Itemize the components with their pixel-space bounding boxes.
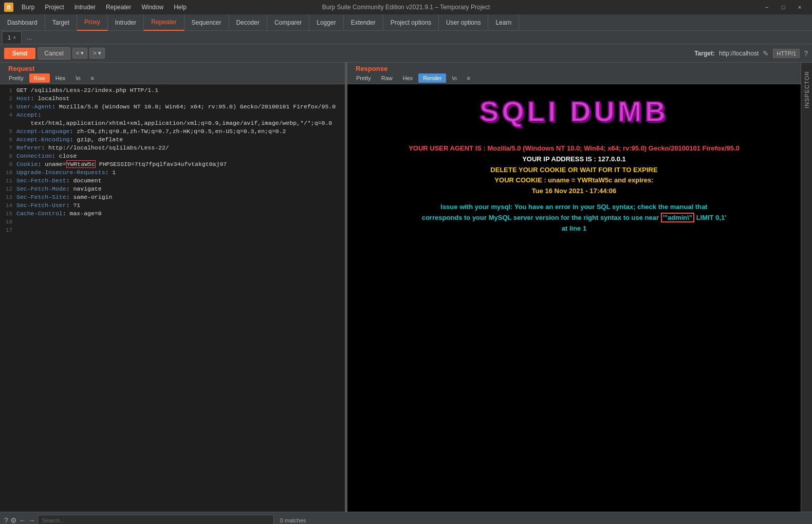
window-title: Burp Suite Community Edition v2021.9.1 –…	[322, 4, 490, 11]
toolbar: Send Cancel < ▾ > ▾ Target: http://local…	[0, 44, 812, 63]
target-label: Target:	[694, 50, 715, 57]
error-line: Issue with your mysql: You have an error…	[420, 202, 728, 234]
tab-target[interactable]: Target	[45, 14, 77, 31]
request-tab-raw[interactable]: Raw	[29, 73, 50, 83]
sub-tab-bar: 1 × …	[0, 31, 812, 44]
code-line-11: 11 Sec-Fetch-Dest: document	[2, 177, 343, 185]
response-tab-hex[interactable]: Hex	[398, 73, 418, 83]
code-line-8: 8 Connection: close	[2, 152, 343, 160]
ip-line: YOUR IP ADDRESS IS : 127.0.0.1	[358, 154, 790, 165]
menu-repeater[interactable]: Repeater	[102, 3, 135, 12]
help-bottom-icon[interactable]: ?	[4, 516, 8, 525]
code-line-9: 9 Cookie: uname=YWRtaW5c PHPSESSID=7tq7f…	[2, 160, 343, 169]
tab-repeater[interactable]: Repeater	[144, 14, 184, 31]
back-button[interactable]: < ▾	[72, 48, 87, 59]
sub-tab-more[interactable]: …	[22, 31, 38, 44]
menu-intruder[interactable]: Intruder	[70, 3, 100, 12]
inspector-label[interactable]: INSPECTOR	[804, 71, 810, 108]
user-agent-line: YOUR USER AGENT IS : Mozilla/5.0 (Window…	[358, 143, 790, 154]
code-line-17: 17	[2, 226, 343, 234]
response-render-area[interactable]: SQLI DUMB YOUR USER AGENT IS : Mozilla/5…	[347, 84, 801, 512]
request-tab-hex[interactable]: Hex	[51, 73, 70, 83]
edit-target-icon[interactable]: ✎	[763, 49, 769, 58]
main-content: Request Pretty Raw Hex \n ≡ 1 GET /sqlil…	[0, 63, 812, 512]
response-tab-menu[interactable]: ≡	[463, 73, 475, 83]
tab-logger[interactable]: Logger	[309, 14, 343, 31]
response-tab-render[interactable]: Render	[418, 73, 446, 83]
tab-proxy[interactable]: Proxy	[77, 14, 108, 31]
send-button[interactable]: Send	[4, 48, 35, 59]
error-highlight: '"admin\"	[661, 213, 694, 222]
sub-tab-close-icon[interactable]: ×	[13, 35, 16, 41]
help-icon[interactable]: ?	[804, 49, 808, 58]
toolbar-right: Target: http://localhost ✎ HTTP/1 ?	[694, 49, 808, 58]
code-line-1: 1 GET /sqlilabs/Less-22/index.php HTTP/1…	[2, 86, 343, 95]
cookie-line: YOUR COOKIE : uname = YWRtaW5c and expir…	[358, 175, 790, 186]
response-tab-raw[interactable]: Raw	[377, 73, 397, 83]
ip-label: YOUR IP ADDRESS IS :	[522, 155, 596, 163]
tab-project-options[interactable]: Project options	[383, 14, 439, 31]
response-tab-pretty[interactable]: Pretty	[352, 73, 376, 83]
ip-value: 127.0.0.1	[598, 155, 626, 163]
match-count: 0 matches	[280, 517, 306, 523]
request-panel: Request Pretty Raw Hex \n ≡ 1 GET /sqlil…	[0, 63, 345, 512]
code-line-15: 15 Cache-Control: max-age=0	[2, 210, 343, 218]
search-back-icon[interactable]: ←	[19, 516, 26, 525]
request-code-area[interactable]: 1 GET /sqlilabs/Less-22/index.php HTTP/1…	[0, 84, 345, 512]
bottom-bar: ? ⚙ ← → 0 matches	[0, 512, 812, 524]
response-render-content: SQLI DUMB YOUR USER AGENT IS : Mozilla/5…	[347, 84, 801, 244]
expire-line: Tue 16 Nov 2021 - 17:44:06	[358, 186, 790, 197]
response-format-tabs: Pretty Raw Hex Render \n ≡	[347, 72, 801, 84]
sub-tab-1[interactable]: 1 ×	[2, 31, 22, 44]
cookie-label: YOUR COOKIE : uname = YWRtaW5c and expir…	[494, 176, 653, 184]
search-forward-icon[interactable]: →	[28, 516, 35, 525]
target-value: http://localhost	[719, 50, 759, 57]
response-panel: Response Pretty Raw Hex Render \n ≡ SQLI…	[347, 63, 801, 512]
menu-window[interactable]: Window	[137, 3, 168, 12]
request-tab-menu[interactable]: ≡	[86, 73, 99, 83]
tab-dashboard[interactable]: Dashboard	[0, 14, 45, 31]
menu-burp[interactable]: Burp	[17, 3, 39, 12]
tab-sequencer[interactable]: Sequencer	[184, 14, 229, 31]
inspector-panel: INSPECTOR	[801, 63, 812, 512]
titlebar: B Burp Project Intruder Repeater Window …	[0, 0, 812, 14]
code-line-10: 10 Upgrade-Insecure-Requests: 1	[2, 169, 343, 177]
forward-button[interactable]: > ▾	[89, 48, 104, 59]
response-messages: YOUR USER AGENT IS : Mozilla/5.0 (Window…	[358, 143, 790, 234]
code-line-14: 14 Sec-Fetch-User: ?1	[2, 201, 343, 210]
minimize-button[interactable]: −	[759, 2, 775, 13]
request-tab-newline[interactable]: \n	[71, 73, 85, 83]
response-title-bar: Response	[347, 63, 801, 72]
tab-extender[interactable]: Extender	[344, 14, 383, 31]
menu-project[interactable]: Project	[41, 3, 68, 12]
settings-bottom-icon[interactable]: ⚙	[10, 516, 17, 525]
http-version-badge[interactable]: HTTP/1	[773, 49, 800, 58]
tab-comparer[interactable]: Comparer	[267, 14, 309, 31]
code-line-4: 4 Accept: text/html,application/xhtml+xm…	[2, 111, 343, 127]
maximize-button[interactable]: □	[775, 2, 791, 13]
request-format-tabs: Pretty Raw Hex \n ≡	[0, 72, 345, 84]
code-line-3: 3 User-Agent: Mozilla/5.0 (Windows NT 10…	[2, 103, 343, 111]
main-tab-bar: Dashboard Target Proxy Intruder Repeater…	[0, 14, 812, 31]
cookie-warn-line: DELETE YOUR COOKIE OR WAIT FOR IT TO EXP…	[358, 165, 790, 176]
search-input[interactable]	[38, 515, 274, 525]
app-icon: B	[4, 3, 13, 12]
user-agent-label: YOUR USER AGENT IS :	[409, 144, 486, 152]
menu-bar: Burp Project Intruder Repeater Window He…	[17, 3, 191, 12]
response-tab-newline[interactable]: \n	[447, 73, 461, 83]
tab-decoder[interactable]: Decoder	[229, 14, 267, 31]
tab-user-options[interactable]: User options	[439, 14, 488, 31]
sqli-dumb-title: SQLI DUMB	[358, 95, 790, 128]
window-controls: − □ ×	[759, 2, 808, 13]
tab-learn[interactable]: Learn	[488, 14, 519, 31]
request-tab-pretty[interactable]: Pretty	[4, 73, 28, 83]
tab-intruder[interactable]: Intruder	[108, 14, 144, 31]
close-button[interactable]: ×	[791, 2, 808, 13]
cookie-warn: DELETE YOUR COOKIE OR WAIT FOR IT TO EXP…	[490, 166, 657, 174]
expire-date: Tue 16 Nov 2021 - 17:44:06	[532, 187, 617, 195]
menu-help[interactable]: Help	[170, 3, 191, 12]
code-line-12: 12 Sec-Fetch-Mode: navigate	[2, 185, 343, 193]
code-line-7: 7 Referer: http://localhost/sqlilabs/Les…	[2, 144, 343, 152]
cancel-button[interactable]: Cancel	[38, 47, 70, 60]
code-line-13: 13 Sec-Fetch-Site: same-origin	[2, 193, 343, 201]
